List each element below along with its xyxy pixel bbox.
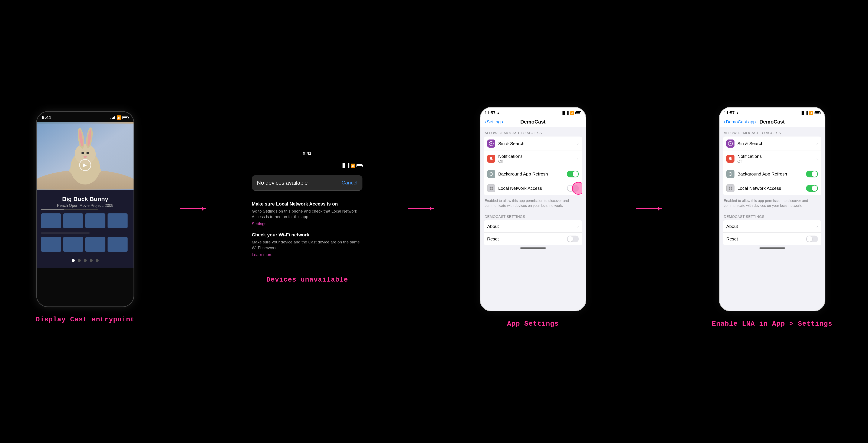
thumbnail-item[interactable] bbox=[63, 237, 83, 252]
phone4-time: 11:57 bbox=[724, 110, 735, 116]
thumbnail-item[interactable] bbox=[107, 213, 128, 228]
home-indicator bbox=[520, 248, 546, 249]
phone-4-frame: 11:57 ▲ ▐▌▐ 📶 ‹ DemoCast app DemoCast AL… bbox=[719, 107, 826, 311]
learn-more-link[interactable]: Learn more bbox=[252, 252, 363, 257]
troubleshoot-title-2: Check your Wi-Fi network bbox=[252, 232, 363, 238]
battery-icon-2 bbox=[356, 164, 363, 167]
chevron-left-icon: ‹ bbox=[485, 120, 486, 124]
lna-toggle[interactable] bbox=[567, 185, 579, 192]
reset-content: Reset bbox=[487, 236, 567, 242]
movie-title: Big Buck Bunny bbox=[41, 196, 129, 202]
dot-2 bbox=[78, 259, 81, 262]
lna-row-4[interactable]: Local Network Access bbox=[723, 181, 822, 195]
about-label: About bbox=[487, 224, 577, 229]
section-divider bbox=[41, 232, 90, 233]
thumbnail-item[interactable] bbox=[63, 213, 83, 228]
caption-1: Display Cast entrypoint bbox=[36, 316, 135, 323]
network-svg-4 bbox=[728, 186, 733, 191]
page-title-4: DemoCast bbox=[760, 119, 785, 125]
lna-icon-4 bbox=[726, 184, 735, 192]
cancel-button[interactable]: Cancel bbox=[342, 180, 358, 186]
siri-label-4: Siri & Search bbox=[738, 141, 816, 146]
chevron-left-icon-4: ‹ bbox=[724, 120, 725, 124]
no-devices-header: No devices available Cancel bbox=[252, 175, 363, 191]
column-1: 9:41 📶 ☰ DemoCast ⬡ 👤 bbox=[36, 111, 135, 323]
phone1-content: Big Buck Bunny Peach Open Movie Project,… bbox=[37, 190, 133, 268]
network-svg bbox=[489, 186, 494, 191]
refresh-svg bbox=[489, 172, 494, 176]
bg-refresh-right-4 bbox=[806, 170, 818, 178]
about-row[interactable]: About › bbox=[484, 220, 582, 232]
phone3-status-icons: ▐▌▐ 📶 bbox=[561, 111, 581, 115]
phone-1-frame: 9:41 📶 ☰ DemoCast ⬡ 👤 bbox=[36, 111, 134, 307]
lna-toggle-4[interactable] bbox=[806, 185, 818, 192]
thumbnail-item[interactable] bbox=[85, 213, 105, 228]
location-icon-4: ▲ bbox=[736, 111, 739, 115]
lna-icon bbox=[487, 184, 495, 192]
bell-svg bbox=[489, 156, 494, 161]
reset-toggle-4[interactable] bbox=[806, 235, 818, 242]
section-settings-3: DEMOCAST SETTINGS bbox=[480, 211, 586, 220]
lna-row[interactable]: Local Network Access bbox=[484, 181, 582, 195]
bg-refresh-icon bbox=[487, 170, 495, 178]
battery-icon-4 bbox=[814, 112, 820, 114]
bg-refresh-row-4[interactable]: Background App Refresh bbox=[723, 167, 822, 181]
about-row-4[interactable]: About › bbox=[723, 220, 822, 232]
notifications-label: Notifications bbox=[498, 154, 577, 159]
dot-1 bbox=[72, 259, 75, 262]
svg-rect-16 bbox=[490, 187, 491, 188]
thumbnail-item[interactable] bbox=[41, 237, 61, 252]
reset-row-4[interactable]: Reset bbox=[723, 232, 822, 245]
notifications-row-4[interactable]: Notifications Off › bbox=[723, 151, 822, 167]
signal-icon bbox=[111, 116, 115, 119]
lna-description: Enabled to allow this app permission to … bbox=[480, 197, 586, 211]
back-button-4[interactable]: ‹ DemoCast app bbox=[724, 119, 756, 124]
troubleshoot-area: Make sure Local Network Access is on Go … bbox=[252, 197, 363, 267]
progress-bar[interactable] bbox=[41, 209, 98, 210]
page-title-3: DemoCast bbox=[520, 119, 546, 125]
bg-refresh-toggle-4[interactable] bbox=[806, 170, 818, 178]
dot-3 bbox=[84, 259, 87, 262]
svg-rect-24 bbox=[731, 187, 732, 188]
reset-row[interactable]: Reset bbox=[484, 232, 582, 245]
notifications-row[interactable]: Notifications Off › bbox=[484, 151, 582, 167]
thumbnail-item[interactable] bbox=[41, 213, 61, 228]
siri-row-4[interactable]: Siri & Search › bbox=[723, 136, 822, 151]
play-button[interactable]: ▶ bbox=[79, 159, 91, 171]
no-devices-panel: No devices available Cancel bbox=[252, 175, 363, 191]
dot-5 bbox=[96, 259, 99, 262]
back-label-4: DemoCast app bbox=[726, 119, 756, 124]
lna-right-4 bbox=[806, 185, 818, 192]
svg-point-9 bbox=[87, 152, 89, 154]
home-indicator-4 bbox=[760, 248, 785, 249]
settings-link[interactable]: Settings bbox=[252, 222, 363, 226]
phone4-nav: ‹ DemoCast app DemoCast bbox=[720, 117, 825, 127]
bg-refresh-row[interactable]: Background App Refresh bbox=[484, 167, 582, 181]
bg-refresh-toggle[interactable] bbox=[567, 170, 579, 178]
phone3-time-area: 11:57 ▲ bbox=[485, 110, 500, 116]
reset-label: Reset bbox=[487, 236, 567, 242]
svg-point-10 bbox=[84, 156, 87, 158]
battery-icon bbox=[122, 116, 128, 119]
caption-3: App Settings bbox=[507, 320, 559, 328]
notifications-icon-4 bbox=[726, 155, 735, 163]
thumbnail-item[interactable] bbox=[85, 237, 105, 252]
bg-refresh-label-4: Background App Refresh bbox=[738, 171, 806, 177]
chevron-right-icon: › bbox=[816, 156, 818, 161]
notifications-right: › bbox=[577, 156, 579, 161]
arrow-line-2 bbox=[408, 208, 434, 209]
reset-toggle[interactable] bbox=[567, 235, 579, 242]
siri-row[interactable]: Siri & Search › bbox=[484, 136, 582, 151]
troubleshoot-text-2: Make sure your device and the Cast devic… bbox=[252, 240, 363, 251]
notifications-right-4: › bbox=[816, 156, 818, 161]
siri-icon-4 bbox=[726, 139, 735, 148]
siri-icon bbox=[487, 139, 495, 148]
notifications-sublabel-4: Off bbox=[738, 159, 816, 164]
about-content-4: About bbox=[726, 224, 816, 229]
notifications-content: Notifications Off bbox=[498, 154, 577, 164]
back-button-3[interactable]: ‹ Settings bbox=[485, 119, 503, 124]
siri-content-4: Siri & Search bbox=[738, 141, 816, 146]
thumbnail-item[interactable] bbox=[107, 237, 128, 252]
notifications-icon bbox=[487, 155, 495, 163]
refresh-svg-4 bbox=[728, 172, 733, 176]
